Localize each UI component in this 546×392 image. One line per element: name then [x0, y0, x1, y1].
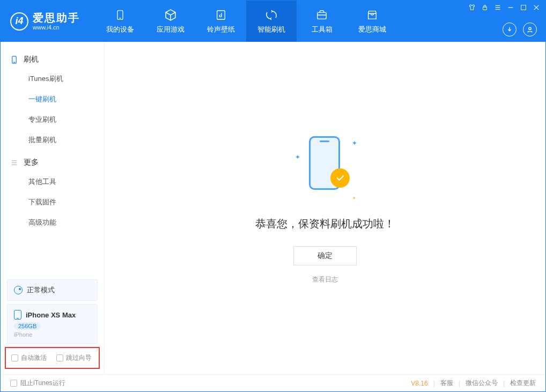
phone-icon: [14, 310, 21, 320]
sidebar-item-pro-flash[interactable]: 专业刷机: [1, 109, 104, 130]
tab-toolbox[interactable]: 工具箱: [297, 1, 347, 42]
footer-link-wechat[interactable]: 微信公众号: [466, 379, 498, 388]
tab-label: 工具箱: [312, 25, 333, 34]
app-url: www.i4.cn: [33, 24, 80, 31]
device-name: iPhone XS Max: [26, 311, 76, 319]
success-message: 恭喜您，保资料刷机成功啦！: [255, 217, 395, 231]
svg-rect-9: [521, 5, 526, 10]
close-icon[interactable]: [533, 4, 540, 11]
sidebar-item-download-firmware[interactable]: 下载固件: [1, 192, 104, 212]
header-actions: [503, 23, 537, 36]
tab-label: 我的设备: [106, 25, 134, 34]
tab-apps-games[interactable]: 应用游戏: [145, 1, 196, 42]
content-area: ✦ ✦ ✦ 恭喜您，保资料刷机成功啦！ 确定 查看日志: [105, 42, 545, 374]
logo: i4 爱思助手 www.i4.cn: [1, 11, 90, 31]
options-highlight-box: 自动激活 跳过向导: [5, 347, 100, 369]
sidebar-item-other-tools[interactable]: 其他工具: [1, 172, 104, 192]
phone-icon: [113, 8, 127, 22]
download-button[interactable]: [503, 23, 517, 36]
tab-ringtone-wallpaper[interactable]: 铃声壁纸: [196, 1, 246, 42]
footer-bar: 阻止iTunes运行 V8.16 | 客服 | 微信公众号 | 检查更新: [1, 374, 545, 391]
tab-label: 应用游戏: [157, 25, 185, 34]
sidebar-heading-flash: 刷机: [1, 50, 104, 69]
sidebar-heading-more: 更多: [1, 153, 104, 172]
ok-button[interactable]: 确定: [293, 246, 357, 265]
mode-icon: [14, 286, 23, 294]
checkbox-icon: [11, 354, 18, 361]
tab-label: 智能刷机: [257, 25, 285, 34]
tab-store[interactable]: 爱思商城: [347, 1, 397, 42]
success-illustration: ✦ ✦ ✦: [293, 132, 357, 202]
shirt-icon[interactable]: [468, 4, 476, 11]
briefcase-icon: [315, 8, 329, 22]
tab-my-device[interactable]: 我的设备: [95, 1, 145, 42]
checkbox-icon: [10, 380, 17, 387]
check-icon: [330, 168, 350, 188]
skip-guide-checkbox[interactable]: 跳过向导: [56, 353, 92, 363]
sidebar-item-itunes-flash[interactable]: iTunes刷机: [1, 69, 104, 89]
logo-icon: i4: [10, 12, 28, 31]
storage-badge: 256GB: [14, 322, 41, 330]
block-itunes-checkbox[interactable]: 阻止iTunes运行: [10, 379, 65, 388]
sidebar: 刷机 iTunes刷机 一键刷机 专业刷机 批量刷机 更多 其他工具 下载固件 …: [1, 42, 105, 374]
footer-link-update[interactable]: 检查更新: [510, 379, 536, 388]
svg-rect-4: [483, 7, 487, 10]
footer-link-service[interactable]: 客服: [440, 379, 453, 388]
svg-rect-2: [217, 11, 225, 20]
sidebar-item-batch-flash[interactable]: 批量刷机: [1, 130, 104, 150]
lock-icon[interactable]: [481, 4, 489, 11]
checkbox-label: 跳过向导: [66, 353, 92, 363]
menu-icon[interactable]: [494, 4, 501, 11]
minimize-icon[interactable]: [507, 4, 514, 11]
tab-label: 爱思商城: [358, 25, 386, 34]
refresh-icon: [264, 8, 278, 22]
user-button[interactable]: [523, 23, 537, 36]
sidebar-heading-label: 刷机: [24, 55, 39, 64]
header-bar: i4 爱思助手 www.i4.cn 我的设备 应用游戏 铃声壁纸 智能刷机 工具…: [1, 1, 545, 42]
device-icon: [10, 56, 18, 64]
svg-rect-3: [318, 12, 327, 19]
svg-point-12: [529, 27, 531, 29]
mode-box[interactable]: 正常模式: [7, 279, 98, 301]
tab-label: 铃声壁纸: [207, 25, 235, 34]
app-name: 爱思助手: [33, 11, 80, 24]
music-icon: [214, 8, 228, 22]
device-box[interactable]: iPhone XS Max 256GB iPhone: [7, 304, 98, 344]
list-icon: [10, 159, 18, 167]
tab-smart-flash[interactable]: 智能刷机: [246, 1, 297, 42]
sidebar-heading-label: 更多: [24, 158, 39, 167]
sidebar-item-oneclick-flash[interactable]: 一键刷机: [1, 89, 104, 109]
maximize-icon[interactable]: [520, 4, 527, 11]
version-label: V8.16: [411, 380, 427, 387]
checkbox-label: 阻止iTunes运行: [20, 379, 65, 388]
nav-tabs: 我的设备 应用游戏 铃声壁纸 智能刷机 工具箱 爱思商城: [95, 1, 397, 42]
view-log-link[interactable]: 查看日志: [312, 275, 338, 284]
window-controls: [468, 4, 540, 11]
device-type: iPhone: [14, 331, 91, 338]
checkbox-icon: [56, 354, 63, 361]
cube-icon: [164, 8, 178, 22]
checkbox-label: 自动激活: [21, 353, 47, 363]
auto-activate-checkbox[interactable]: 自动激活: [11, 353, 47, 363]
sidebar-item-advanced[interactable]: 高级功能: [1, 212, 104, 233]
shop-icon: [365, 8, 379, 22]
mode-label: 正常模式: [27, 285, 55, 295]
